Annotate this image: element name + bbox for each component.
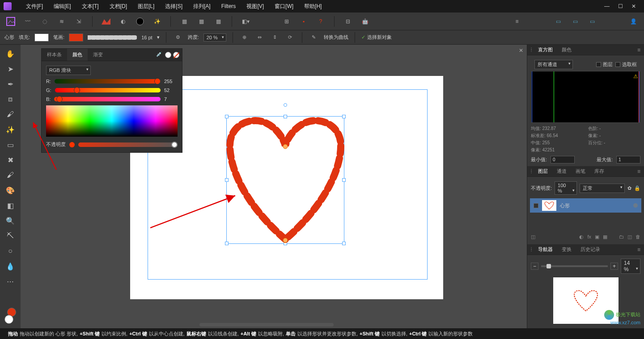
- panel-grip-icon[interactable]: ⦙: [531, 47, 532, 53]
- swatches-tab[interactable]: 样本条: [42, 49, 67, 61]
- marquee-tool[interactable]: ▭: [5, 139, 16, 150]
- layer-opacity-input[interactable]: 100 %: [555, 181, 577, 195]
- stroke-width-value[interactable]: 16 pt: [141, 35, 152, 40]
- color-wells[interactable]: [4, 308, 17, 324]
- stroke-color-swatch[interactable]: [69, 33, 83, 42]
- persona-liquify-icon[interactable]: 〰: [22, 16, 33, 27]
- color-replace-tool[interactable]: 🎨: [5, 185, 16, 196]
- selection-brush-tool[interactable]: 🖌: [5, 109, 16, 120]
- layer-fx-icon[interactable]: ✿: [627, 185, 631, 191]
- heal-tool[interactable]: ✖: [5, 155, 16, 165]
- hist-menu-icon[interactable]: ≡: [637, 47, 640, 53]
- span-dropdown[interactable]: 20 %: [203, 33, 226, 42]
- crop-tool[interactable]: ⧈: [5, 94, 16, 105]
- r-value[interactable]: 255: [164, 79, 178, 84]
- b-value[interactable]: 7: [164, 96, 178, 102]
- menu-window[interactable]: 窗口[W]: [269, 1, 299, 12]
- zoom-value[interactable]: 14 %: [621, 259, 640, 274]
- adjustment-circle-icon[interactable]: ◐: [118, 16, 128, 27]
- menu-help[interactable]: 帮助[H]: [299, 1, 327, 12]
- fill-target-icon[interactable]: [165, 52, 171, 58]
- layer-pixel-icon[interactable]: ▦: [603, 234, 607, 240]
- color-wheel-icon[interactable]: [135, 16, 145, 27]
- zoom-out-button[interactable]: −: [531, 263, 538, 270]
- layer-row[interactable]: 心形: [530, 198, 641, 213]
- stroke-style-preview[interactable]: [88, 34, 137, 41]
- blur-tool[interactable]: 💧: [5, 261, 16, 272]
- menu-text[interactable]: 文本[T]: [76, 1, 104, 12]
- snap-2-icon[interactable]: ▪: [298, 16, 309, 27]
- canvas-area[interactable]: ✕: [21, 45, 527, 328]
- channel-dropdown[interactable]: 所有通道: [534, 60, 573, 69]
- hist-color-tab[interactable]: 颜色: [557, 45, 576, 55]
- node-tool[interactable]: ✒: [5, 79, 16, 89]
- layer-tag-icon[interactable]: [633, 203, 638, 208]
- minimize-button[interactable]: —: [604, 3, 610, 9]
- panel-grip-icon[interactable]: ⦙: [531, 247, 532, 253]
- maximize-button[interactable]: ☐: [617, 3, 623, 9]
- arrange-3-icon[interactable]: ▭: [587, 16, 597, 27]
- histogram-tab[interactable]: 直方图: [534, 45, 557, 55]
- warning-icon[interactable]: ⚠: [633, 73, 638, 80]
- paint-brush-tool[interactable]: 🖌: [5, 170, 16, 180]
- wand-icon[interactable]: ✨: [152, 16, 162, 27]
- r-slider[interactable]: [55, 79, 161, 84]
- convert-curve-label[interactable]: 转换为曲线: [324, 34, 348, 41]
- refine-icon[interactable]: ▦: [213, 16, 224, 27]
- brush-tab[interactable]: 画笔: [571, 166, 590, 176]
- snap-3-icon[interactable]: ?: [315, 16, 326, 27]
- gradient-tab[interactable]: 渐变: [88, 49, 108, 61]
- layer-fx2-icon[interactable]: fx: [587, 234, 591, 240]
- snap-1-icon[interactable]: ⊞: [281, 16, 292, 27]
- layer-group-icon[interactable]: ▣: [595, 234, 599, 240]
- g-value[interactable]: 52: [164, 88, 178, 93]
- stock-tab[interactable]: 库存: [590, 166, 609, 176]
- marquee-checkbox[interactable]: 选取框: [615, 61, 637, 68]
- pipette-icon[interactable]: 💉: [156, 51, 163, 59]
- dodge-tool[interactable]: ○: [5, 246, 16, 256]
- persona-develop-icon[interactable]: ◌: [39, 16, 50, 27]
- flip-h-icon[interactable]: ⇔: [254, 32, 265, 43]
- layer-folder-icon[interactable]: 🗀: [619, 234, 624, 240]
- nav-menu-icon[interactable]: ≡: [637, 247, 640, 253]
- none-target-icon[interactable]: [173, 52, 179, 58]
- navigator-tab[interactable]: 导航器: [534, 244, 557, 255]
- stroke-width-dropdown-icon[interactable]: ▾: [157, 34, 160, 40]
- menu-document[interactable]: 文档[D]: [104, 1, 132, 12]
- fill-color-swatch[interactable]: [34, 33, 49, 42]
- menu-edit[interactable]: 编辑[E]: [48, 1, 76, 12]
- layer-name[interactable]: 心形: [560, 202, 570, 209]
- channels-tab[interactable]: 通道: [552, 166, 571, 176]
- front-color-well[interactable]: [4, 315, 13, 324]
- quick-mask-icon[interactable]: ▦: [196, 16, 207, 27]
- zoom-in-button[interactable]: +: [610, 263, 618, 270]
- color-tab[interactable]: 颜色: [67, 49, 88, 61]
- pan-tool[interactable]: ✋: [5, 48, 16, 59]
- crop-mode-icon[interactable]: ◧▾: [240, 16, 251, 27]
- opacity-slider[interactable]: [78, 142, 178, 147]
- layer-visibility-icon[interactable]: [534, 203, 538, 208]
- eraser-tool[interactable]: ◧: [5, 200, 16, 211]
- layer-add-icon[interactable]: ◫: [627, 234, 632, 240]
- persona-tone-icon[interactable]: ≋: [56, 16, 67, 27]
- stamp-tool[interactable]: ⛏: [5, 230, 16, 241]
- arrange-2-icon[interactable]: ▭: [570, 16, 580, 27]
- color-model-dropdown[interactable]: RGB 滑块: [46, 66, 91, 75]
- panel-area-close-icon[interactable]: ✕: [519, 47, 523, 54]
- history-tab[interactable]: 历史记录: [576, 244, 605, 255]
- menu-layer[interactable]: 图层[L]: [132, 1, 160, 12]
- menu-filters[interactable]: Filters: [216, 1, 242, 11]
- min-input[interactable]: [551, 156, 575, 163]
- select-new-checkbox[interactable]: ✓ 选择新对象: [361, 34, 392, 41]
- close-button[interactable]: ✕: [631, 3, 637, 9]
- layer-mask-icon[interactable]: ◫: [531, 234, 535, 240]
- layers-menu-icon[interactable]: ≡: [637, 168, 640, 175]
- levels-icon[interactable]: [101, 16, 111, 27]
- menu-file[interactable]: 文件[F]: [21, 1, 48, 12]
- flood-select-tool[interactable]: ✨: [5, 124, 16, 135]
- panel-grip-icon[interactable]: ⦙: [531, 168, 532, 175]
- layer-lock-icon[interactable]: 🔒: [634, 185, 640, 191]
- convert-curve-icon[interactable]: ✎: [309, 32, 319, 43]
- blend-mode-dropdown[interactable]: 正常: [580, 184, 625, 193]
- layer-delete-icon[interactable]: 🗑: [636, 234, 640, 240]
